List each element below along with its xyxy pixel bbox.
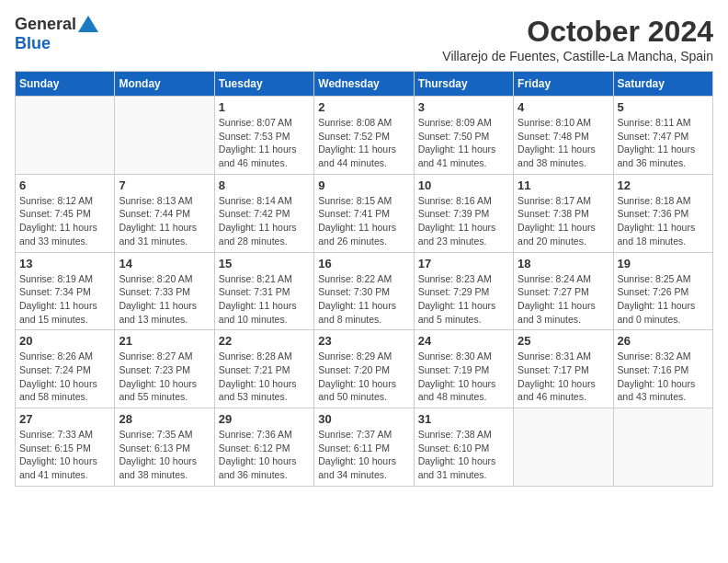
calendar-week-row: 1Sunrise: 8:07 AM Sunset: 7:53 PM Daylig… <box>16 97 713 175</box>
day-info: Sunrise: 7:36 AM Sunset: 6:12 PM Dayligh… <box>219 428 310 482</box>
day-number: 7 <box>119 178 210 192</box>
calendar-cell: 29Sunrise: 7:36 AM Sunset: 6:12 PM Dayli… <box>214 408 313 487</box>
day-info: Sunrise: 8:22 AM Sunset: 7:30 PM Dayligh… <box>318 272 409 327</box>
day-info: Sunrise: 8:24 AM Sunset: 7:27 PM Dayligh… <box>518 272 609 327</box>
day-number: 8 <box>219 178 310 192</box>
day-number: 4 <box>518 100 609 114</box>
day-number: 6 <box>19 178 110 192</box>
calendar-week-row: 20Sunrise: 8:26 AM Sunset: 7:24 PM Dayli… <box>16 330 713 408</box>
calendar-cell: 7Sunrise: 8:13 AM Sunset: 7:44 PM Daylig… <box>115 174 214 252</box>
calendar-cell: 11Sunrise: 8:17 AM Sunset: 7:38 PM Dayli… <box>514 174 613 252</box>
weekday-header: Sunday <box>16 72 115 97</box>
day-info: Sunrise: 8:26 AM Sunset: 7:24 PM Dayligh… <box>19 350 110 404</box>
day-info: Sunrise: 8:15 AM Sunset: 7:41 PM Dayligh… <box>318 194 409 248</box>
day-info: Sunrise: 8:25 AM Sunset: 7:26 PM Dayligh… <box>618 272 709 327</box>
day-number: 17 <box>418 257 509 270</box>
calendar-cell: 27Sunrise: 7:33 AM Sunset: 6:15 PM Dayli… <box>16 408 115 487</box>
weekday-header: Friday <box>514 72 613 97</box>
logo-blue-text: Blue <box>15 34 51 52</box>
day-info: Sunrise: 8:08 AM Sunset: 7:52 PM Dayligh… <box>318 116 409 170</box>
calendar-week-row: 27Sunrise: 7:33 AM Sunset: 6:15 PM Dayli… <box>16 408 713 487</box>
calendar-week-row: 13Sunrise: 8:19 AM Sunset: 7:34 PM Dayli… <box>16 252 713 330</box>
calendar-cell: 30Sunrise: 7:37 AM Sunset: 6:11 PM Dayli… <box>314 408 414 487</box>
calendar-cell: 6Sunrise: 8:12 AM Sunset: 7:45 PM Daylig… <box>16 174 115 252</box>
day-number: 24 <box>418 334 509 348</box>
calendar-cell: 16Sunrise: 8:22 AM Sunset: 7:30 PM Dayli… <box>314 252 414 330</box>
day-info: Sunrise: 8:11 AM Sunset: 7:47 PM Dayligh… <box>618 116 709 170</box>
day-info: Sunrise: 8:13 AM Sunset: 7:44 PM Dayligh… <box>119 194 210 248</box>
calendar-cell: 25Sunrise: 8:31 AM Sunset: 7:17 PM Dayli… <box>514 330 613 408</box>
day-number: 27 <box>19 412 110 426</box>
calendar-cell: 12Sunrise: 8:18 AM Sunset: 7:36 PM Dayli… <box>613 174 712 252</box>
logo-general-text: General <box>15 15 76 34</box>
day-number: 26 <box>618 334 709 348</box>
calendar-cell: 15Sunrise: 8:21 AM Sunset: 7:31 PM Dayli… <box>214 252 313 330</box>
day-info: Sunrise: 8:14 AM Sunset: 7:42 PM Dayligh… <box>219 194 310 248</box>
calendar-cell: 19Sunrise: 8:25 AM Sunset: 7:26 PM Dayli… <box>613 252 712 330</box>
day-number: 10 <box>418 178 509 192</box>
day-info: Sunrise: 8:12 AM Sunset: 7:45 PM Dayligh… <box>19 194 110 248</box>
day-number: 9 <box>318 178 409 192</box>
calendar-cell: 26Sunrise: 8:32 AM Sunset: 7:16 PM Dayli… <box>613 330 712 408</box>
day-number: 29 <box>219 412 310 426</box>
calendar-cell <box>115 97 214 175</box>
day-number: 16 <box>318 257 409 270</box>
day-info: Sunrise: 7:38 AM Sunset: 6:10 PM Dayligh… <box>418 428 509 482</box>
day-info: Sunrise: 8:10 AM Sunset: 7:48 PM Dayligh… <box>518 116 609 170</box>
calendar-table: SundayMondayTuesdayWednesdayThursdayFrid… <box>15 71 713 487</box>
day-number: 5 <box>618 100 709 114</box>
calendar-cell: 24Sunrise: 8:30 AM Sunset: 7:19 PM Dayli… <box>414 330 513 408</box>
day-number: 3 <box>418 100 509 114</box>
day-number: 12 <box>618 178 709 192</box>
day-info: Sunrise: 8:07 AM Sunset: 7:53 PM Dayligh… <box>219 116 310 170</box>
svg-marker-0 <box>78 16 98 32</box>
calendar-cell: 1Sunrise: 8:07 AM Sunset: 7:53 PM Daylig… <box>214 97 313 175</box>
weekday-header-row: SundayMondayTuesdayWednesdayThursdayFrid… <box>16 72 713 97</box>
day-number: 15 <box>219 257 310 270</box>
weekday-header: Thursday <box>414 72 513 97</box>
day-info: Sunrise: 8:17 AM Sunset: 7:38 PM Dayligh… <box>518 194 609 248</box>
weekday-header: Tuesday <box>214 72 313 97</box>
day-number: 1 <box>219 100 310 114</box>
day-number: 13 <box>19 257 110 270</box>
day-number: 25 <box>518 334 609 348</box>
day-info: Sunrise: 8:29 AM Sunset: 7:20 PM Dayligh… <box>318 350 409 404</box>
calendar-cell: 13Sunrise: 8:19 AM Sunset: 7:34 PM Dayli… <box>16 252 115 330</box>
day-info: Sunrise: 7:37 AM Sunset: 6:11 PM Dayligh… <box>318 428 409 482</box>
page-header: General Blue October 2024 Villarejo de F… <box>15 15 713 63</box>
calendar-cell: 10Sunrise: 8:16 AM Sunset: 7:39 PM Dayli… <box>414 174 513 252</box>
calendar-cell: 28Sunrise: 7:35 AM Sunset: 6:13 PM Dayli… <box>115 408 214 487</box>
logo-icon <box>78 14 98 34</box>
calendar-cell: 2Sunrise: 8:08 AM Sunset: 7:52 PM Daylig… <box>314 97 414 175</box>
day-info: Sunrise: 8:23 AM Sunset: 7:29 PM Dayligh… <box>418 272 509 327</box>
day-info: Sunrise: 8:16 AM Sunset: 7:39 PM Dayligh… <box>418 194 509 248</box>
day-info: Sunrise: 8:32 AM Sunset: 7:16 PM Dayligh… <box>618 350 709 404</box>
day-number: 23 <box>318 334 409 348</box>
day-info: Sunrise: 8:18 AM Sunset: 7:36 PM Dayligh… <box>618 194 709 248</box>
title-section: October 2024 Villarejo de Fuentes, Casti… <box>442 15 713 63</box>
calendar-cell: 9Sunrise: 8:15 AM Sunset: 7:41 PM Daylig… <box>314 174 414 252</box>
calendar-cell: 18Sunrise: 8:24 AM Sunset: 7:27 PM Dayli… <box>514 252 613 330</box>
day-info: Sunrise: 8:28 AM Sunset: 7:21 PM Dayligh… <box>219 350 310 404</box>
day-info: Sunrise: 8:21 AM Sunset: 7:31 PM Dayligh… <box>219 272 310 327</box>
calendar-cell: 4Sunrise: 8:10 AM Sunset: 7:48 PM Daylig… <box>514 97 613 175</box>
calendar-cell: 8Sunrise: 8:14 AM Sunset: 7:42 PM Daylig… <box>214 174 313 252</box>
day-number: 28 <box>119 412 210 426</box>
calendar-cell: 5Sunrise: 8:11 AM Sunset: 7:47 PM Daylig… <box>613 97 712 175</box>
day-info: Sunrise: 8:31 AM Sunset: 7:17 PM Dayligh… <box>518 350 609 404</box>
day-number: 30 <box>318 412 409 426</box>
calendar-cell <box>514 408 613 487</box>
day-info: Sunrise: 8:30 AM Sunset: 7:19 PM Dayligh… <box>418 350 509 404</box>
day-number: 2 <box>318 100 409 114</box>
day-number: 21 <box>119 334 210 348</box>
calendar-cell: 20Sunrise: 8:26 AM Sunset: 7:24 PM Dayli… <box>16 330 115 408</box>
calendar-cell <box>613 408 712 487</box>
day-number: 22 <box>219 334 310 348</box>
month-title: October 2024 <box>442 15 713 49</box>
day-number: 18 <box>518 257 609 270</box>
day-number: 31 <box>418 412 509 426</box>
calendar-cell: 14Sunrise: 8:20 AM Sunset: 7:33 PM Dayli… <box>115 252 214 330</box>
day-info: Sunrise: 8:09 AM Sunset: 7:50 PM Dayligh… <box>418 116 509 170</box>
day-number: 14 <box>119 257 210 270</box>
day-info: Sunrise: 8:20 AM Sunset: 7:33 PM Dayligh… <box>119 272 210 327</box>
